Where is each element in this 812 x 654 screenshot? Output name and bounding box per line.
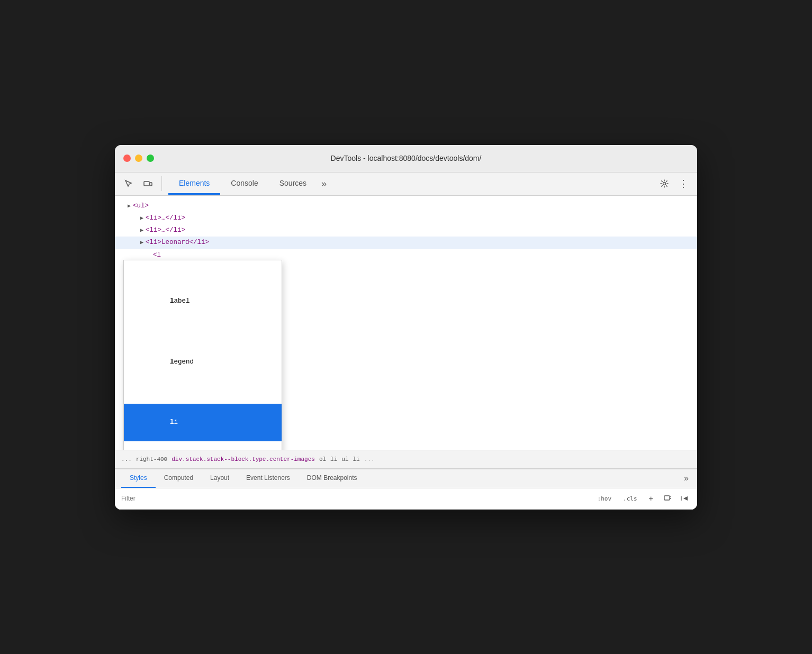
autocomplete-match-l2: l bbox=[170, 358, 174, 366]
maximize-button[interactable] bbox=[147, 155, 154, 162]
expand-arrow: ▶ bbox=[140, 238, 143, 247]
breadcrumb-li1[interactable]: li bbox=[330, 456, 337, 462]
elements-panel[interactable]: ▶ <ul> ▶ <li>…</li> ▶ <li>…</li> ▶ <li>L… bbox=[115, 196, 697, 450]
dom-line-li2[interactable]: ▶ <li>…</li> bbox=[115, 224, 697, 237]
filter-bar: :hov .cls + bbox=[115, 488, 697, 510]
menu-icon: ⋮ bbox=[679, 178, 688, 189]
toggle-sidebar-button[interactable] bbox=[678, 492, 691, 505]
autocomplete-item-label[interactable]: label bbox=[124, 283, 282, 321]
tab-more[interactable]: » bbox=[317, 178, 331, 189]
window-title: DevTools - localhost:8080/docs/devtools/… bbox=[331, 154, 482, 162]
expand-arrow: ▶ bbox=[140, 226, 143, 235]
dom-line-input-row[interactable]: <l label legend li link bbox=[115, 249, 697, 261]
device-icon bbox=[143, 179, 152, 188]
tab-event-listeners[interactable]: Event Listeners bbox=[238, 469, 299, 488]
tab-elements[interactable]: Elements bbox=[168, 172, 220, 195]
inspect-icon-button[interactable] bbox=[121, 176, 136, 191]
breadcrumb-li2[interactable]: li bbox=[353, 456, 360, 462]
tab-bar: Elements Console Sources » bbox=[168, 172, 331, 195]
gear-icon bbox=[660, 179, 669, 188]
svg-rect-3 bbox=[664, 496, 670, 500]
autocomplete-item-legend[interactable]: legend bbox=[124, 343, 282, 381]
tag-li2: <li>…</li> bbox=[146, 225, 185, 236]
dom-line-li-leonard[interactable]: ▶ <li>Leonard</li> bbox=[115, 237, 697, 249]
plus-button[interactable]: + bbox=[645, 493, 657, 504]
menu-button[interactable]: ⋮ bbox=[676, 176, 691, 191]
tab-console[interactable]: Console bbox=[220, 172, 268, 195]
tab-styles[interactable]: Styles bbox=[121, 469, 156, 488]
breadcrumb-div[interactable]: div.stack.stack--block.type.center-image… bbox=[172, 456, 315, 462]
filter-buttons: :hov .cls + bbox=[594, 492, 691, 505]
traffic-lights bbox=[123, 155, 154, 162]
dom-line-li1[interactable]: ▶ <li>…</li> bbox=[115, 212, 697, 224]
breadcrumb-ol[interactable]: ol bbox=[319, 456, 326, 462]
svg-marker-6 bbox=[683, 496, 688, 501]
filter-input[interactable] bbox=[121, 495, 594, 502]
inspect-icon bbox=[124, 179, 133, 188]
toolbar-divider bbox=[161, 176, 162, 191]
breadcrumb-ellipsis[interactable]: ... bbox=[121, 456, 132, 462]
expand-arrow: ▶ bbox=[128, 202, 131, 211]
breadcrumb-bar: ... right-400 div.stack.stack--block.typ… bbox=[115, 450, 697, 469]
tag-li-leonard: <li>Leonard</li> bbox=[146, 237, 209, 248]
sidebar-icon bbox=[680, 494, 689, 503]
minimize-button[interactable] bbox=[135, 155, 142, 162]
element-state-button[interactable] bbox=[661, 492, 674, 505]
tab-layout[interactable]: Layout bbox=[202, 469, 238, 488]
breadcrumb-ul[interactable]: ul bbox=[341, 456, 348, 462]
close-button[interactable] bbox=[123, 155, 131, 162]
hov-button[interactable]: :hov bbox=[594, 494, 616, 504]
autocomplete-rest-legend: egend bbox=[174, 358, 194, 366]
element-state-icon bbox=[663, 494, 672, 503]
settings-button[interactable] bbox=[657, 176, 672, 191]
autocomplete-rest-li: i bbox=[174, 419, 178, 426]
tag-li1: <li>…</li> bbox=[146, 213, 185, 224]
tab-more-bottom[interactable]: » bbox=[682, 474, 691, 483]
breadcrumb-ellipsis2: ... bbox=[364, 456, 375, 462]
toolbar-right: ⋮ bbox=[657, 176, 691, 191]
devtools-window: DevTools - localhost:8080/docs/devtools/… bbox=[115, 145, 697, 510]
bottom-panel: Styles Computed Layout Event Listeners D… bbox=[115, 469, 697, 510]
dom-line-ul[interactable]: ▶ <ul> bbox=[115, 200, 697, 212]
tag-ul: <ul> bbox=[133, 201, 149, 212]
autocomplete-rest-label: abel bbox=[174, 297, 190, 305]
bottom-tab-bar: Styles Computed Layout Event Listeners D… bbox=[115, 469, 697, 488]
tab-dom-breakpoints[interactable]: DOM Breakpoints bbox=[299, 469, 366, 488]
autocomplete-item-li[interactable]: li bbox=[124, 404, 282, 442]
autocomplete-dropdown: label legend li link bbox=[123, 260, 282, 450]
main-toolbar: Elements Console Sources » ⋮ bbox=[115, 172, 697, 196]
svg-point-2 bbox=[663, 183, 666, 185]
cls-button[interactable]: .cls bbox=[619, 494, 641, 504]
autocomplete-match-l1: l bbox=[170, 297, 174, 305]
tab-sources[interactable]: Sources bbox=[269, 172, 317, 195]
toolbar-icons bbox=[121, 176, 155, 191]
tab-computed[interactable]: Computed bbox=[156, 469, 202, 488]
svg-rect-1 bbox=[150, 183, 152, 186]
titlebar: DevTools - localhost:8080/docs/devtools/… bbox=[115, 145, 697, 172]
expand-arrow: ▶ bbox=[140, 214, 143, 223]
device-icon-button[interactable] bbox=[140, 176, 155, 191]
breadcrumb-right400[interactable]: right-400 bbox=[136, 456, 167, 462]
autocomplete-match-l3: l bbox=[170, 419, 174, 426]
svg-rect-0 bbox=[144, 181, 149, 186]
